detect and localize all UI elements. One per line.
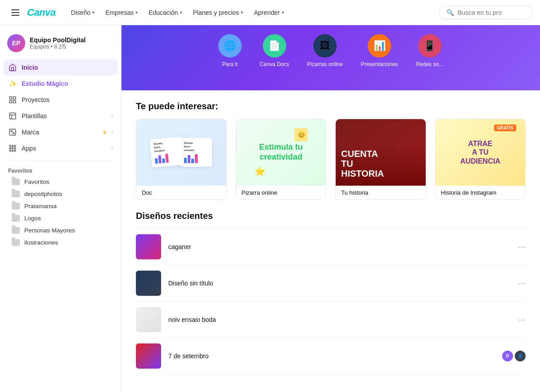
recent-thumbnail (136, 307, 161, 332)
menu-button[interactable] (7, 4, 23, 21)
recent-item-7-de-setembro[interactable]: 7 de setembro P 👤 (136, 338, 526, 374)
svg-rect-1 (14, 97, 16, 99)
template-card-doc[interactable]: DiseñaDocsvisuales DiseñaDocsvisuales (136, 119, 227, 200)
hero-icon-para-ti[interactable]: 🌐 Para ti (218, 34, 242, 67)
doc-label: Doc (136, 186, 226, 200)
fav-item-personas-mayores[interactable]: Personas Mayores (4, 224, 117, 236)
fav-item-praiamansa[interactable]: Praiamansa (4, 200, 117, 212)
pizarra-preview: Estimula tucreatividad 😊 ⭐ (236, 119, 326, 186)
folder-icon (12, 215, 20, 222)
ig-badge: GRATIS (494, 125, 516, 131)
chevron-down-icon: ▾ (241, 10, 243, 15)
recent-item-diseno-sin-titulo[interactable]: Diseño sin título ⋯ (136, 265, 526, 302)
hero-icon-redes[interactable]: 📱 Redes so... (416, 34, 443, 67)
chevron-right-icon: › (111, 113, 113, 119)
folder-icon (12, 239, 20, 246)
presentaciones-icon: 📊 (368, 34, 391, 58)
redes-icon: 📱 (418, 34, 441, 58)
folder-icon (12, 178, 20, 185)
sidebar-item-proyectos[interactable]: Proyectos (4, 92, 117, 108)
chevron-down-icon: ▾ (135, 10, 138, 15)
nav-section: Inicio ✨ Estudio Mágico Proyectos Planti… (0, 59, 121, 156)
historia-mock: CUENTATUHISTORIA (336, 119, 426, 186)
sidebar: EP Equipo PoolDigital Equipos • 8 2/5 In… (0, 25, 122, 392)
interest-section: Te puede interesar: DiseñaDocsvisuales (122, 90, 540, 211)
collaborator-avatar-2: 👤 (515, 351, 526, 361)
recent-thumbnail (136, 234, 161, 259)
recent-design-name: Diseño sin título (168, 280, 510, 287)
nav-diseno[interactable]: Diseño ▾ (67, 6, 99, 19)
instagram-mock: ATRAEA TUAUDIENCIA GRATIS (436, 119, 526, 186)
template-card-historia[interactable]: CUENTATUHISTORIA Tu historia (335, 119, 426, 200)
pizarra-sticker: 😊 (294, 128, 308, 142)
instagram-label: Historia de Instagram (436, 186, 526, 200)
chevron-down-icon: ▾ (282, 10, 284, 15)
nav-aprender[interactable]: Aprender ▾ (249, 6, 288, 19)
hero-icon-pizarras[interactable]: 🖼 Pizarras online (307, 34, 342, 67)
user-info: EP Equipo PoolDigital Equipos • 8 2/5 (0, 31, 121, 59)
recent-design-name: 7 de setembro (168, 352, 495, 360)
svg-rect-3 (9, 101, 12, 103)
projects-icon (8, 95, 17, 104)
svg-rect-0 (9, 97, 12, 99)
svg-point-17 (12, 150, 14, 151)
fav-item-logos[interactable]: Logos (4, 212, 117, 224)
recent-item-caganer[interactable]: caganer ⋯ (136, 229, 526, 265)
fav-item-ilustraciones[interactable]: ilustraciones (4, 236, 117, 249)
svg-point-10 (9, 145, 11, 147)
recent-thumbnail (136, 343, 161, 369)
fav-item-depositphotos[interactable]: depositphotos (4, 188, 117, 200)
chevron-down-icon: ▾ (92, 10, 94, 15)
home-icon (8, 63, 17, 72)
hero-icon-presentaciones[interactable]: 📊 Presentaciones (361, 34, 398, 67)
nav-planes[interactable]: Planes y precios ▾ (189, 6, 248, 19)
sidebar-item-estudio-magico[interactable]: ✨ Estudio Mágico (4, 76, 117, 92)
hero-banner: 🌐 Para ti 📄 Canva Docs 🖼 Pizarras online… (122, 25, 540, 90)
svg-point-15 (14, 148, 16, 149)
canva-docs-icon: 📄 (263, 34, 286, 58)
nav-empresas[interactable]: Empresas ▾ (101, 6, 142, 19)
marca-icon (8, 128, 17, 137)
search-input[interactable] (458, 9, 525, 16)
crown-icon: ♛ (103, 130, 107, 135)
sidebar-item-inicio[interactable]: Inicio (4, 59, 117, 76)
more-options-icon[interactable]: ⋯ (518, 242, 526, 252)
pizarras-icon: 🖼 (313, 34, 337, 58)
sidebar-item-marca[interactable]: Marca ♛ › (4, 124, 117, 140)
recent-design-name: caganer (168, 243, 510, 250)
recent-title: Diseños recientes (136, 211, 526, 221)
more-options-icon[interactable]: ⋯ (518, 278, 526, 288)
user-team: Equipos • 8 2/5 (30, 44, 86, 50)
svg-point-16 (9, 150, 11, 151)
hero-icons: 🌐 Para ti 📄 Canva Docs 🖼 Pizarras online… (122, 34, 540, 67)
recent-item-noiv-ensaio[interactable]: noiv ensaio boda ⋯ (136, 302, 526, 338)
template-card-instagram[interactable]: ATRAEA TUAUDIENCIA GRATIS Historia de In… (435, 119, 526, 200)
magic-icon: ✨ (8, 79, 17, 88)
main-layout: EP Equipo PoolDigital Equipos • 8 2/5 In… (0, 25, 540, 392)
sidebar-item-apps[interactable]: Apps › (4, 140, 117, 156)
svg-point-11 (12, 145, 14, 147)
svg-point-13 (9, 148, 11, 149)
svg-point-14 (12, 148, 14, 149)
sidebar-item-plantillas[interactable]: Plantillas › (4, 108, 117, 124)
sidebar-divider (7, 160, 114, 160)
template-card-pizarra[interactable]: Estimula tucreatividad 😊 ⭐ Pizarra onlin… (236, 119, 327, 200)
svg-rect-2 (14, 101, 16, 103)
nav-educacion[interactable]: Educación ▾ (144, 6, 186, 19)
search-icon: 🔍 (446, 9, 454, 16)
more-options-icon[interactable]: ⋯ (518, 315, 526, 325)
interest-title: Te puede interesar: (136, 101, 526, 111)
pizarra-label: Pizarra online (236, 186, 326, 200)
svg-rect-7 (9, 129, 16, 135)
fav-item-favoritos[interactable]: Favoritos (4, 176, 117, 188)
doc-preview: DiseñaDocsvisuales DiseñaDocsvisuales (136, 119, 226, 186)
chevron-right-icon: › (111, 146, 113, 151)
hero-icon-canva-docs[interactable]: 📄 Canva Docs (260, 34, 289, 67)
search-box[interactable]: 🔍 (439, 6, 533, 19)
user-name: Equipo PoolDigital (30, 36, 86, 44)
canva-logo: Canva (27, 7, 56, 18)
svg-point-12 (14, 145, 16, 147)
svg-point-9 (13, 133, 14, 134)
recent-thumbnail (136, 271, 161, 296)
apps-icon (8, 144, 17, 153)
